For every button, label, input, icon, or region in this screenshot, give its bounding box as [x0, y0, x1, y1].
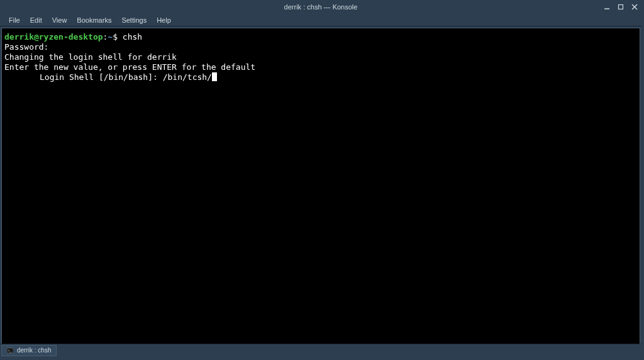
command: chsh — [123, 32, 142, 42]
taskbar: >_ derrik : chsh — [0, 344, 641, 356]
menu-help[interactable]: Help — [152, 15, 176, 25]
menu-file[interactable]: File — [4, 15, 25, 25]
maximize-icon — [618, 4, 624, 10]
prompt-symbol: $ — [113, 32, 118, 42]
terminal[interactable]: derrik@ryzen-desktop:~$ chsh Password: C… — [1, 28, 640, 355]
close-icon — [631, 4, 638, 10]
login-shell-label: Login Shell [/bin/bash]: — [40, 72, 163, 82]
minimize-button[interactable] — [602, 3, 611, 11]
command-text — [118, 32, 123, 42]
close-button[interactable] — [630, 3, 639, 11]
window-title: derrik : chsh — Konsole — [284, 3, 358, 11]
menu-bookmarks[interactable]: Bookmarks — [72, 15, 116, 25]
prompt-line: derrik@ryzen-desktop:~$ chsh — [4, 32, 637, 42]
taskbar-item-konsole[interactable]: >_ derrik : chsh — [1, 345, 57, 356]
menu-settings[interactable]: Settings — [116, 15, 152, 25]
svg-rect-1 — [619, 5, 623, 9]
taskbar-item-label: derrik : chsh — [17, 347, 51, 354]
login-shell-indent — [4, 72, 40, 82]
terminal-icon: >_ — [7, 347, 13, 354]
output-password: Password: — [4, 42, 637, 52]
output-changing: Changing the login shell for derrik — [4, 52, 637, 62]
maximize-button[interactable] — [616, 3, 625, 11]
menubar: File Edit View Bookmarks Settings Help — [0, 14, 641, 26]
window-controls — [602, 0, 639, 14]
svg-text:>_: >_ — [8, 348, 12, 352]
menu-view[interactable]: View — [47, 15, 72, 25]
titlebar[interactable]: derrik : chsh — Konsole — [0, 0, 641, 14]
prompt-user-host: derrik@ryzen-desktop — [4, 32, 103, 42]
terminal-container: derrik@ryzen-desktop:~$ chsh Password: C… — [0, 26, 641, 356]
menu-edit[interactable]: Edit — [25, 15, 47, 25]
app-window: derrik : chsh — Konsole File Edit View B… — [0, 0, 641, 356]
output-login-shell: Login Shell [/bin/bash]: /bin/tcsh/ — [4, 72, 637, 82]
minimize-icon — [604, 4, 610, 10]
cursor-icon — [212, 72, 217, 81]
login-shell-input: /bin/tcsh/ — [163, 72, 212, 82]
output-enter-value: Enter the new value, or press ENTER for … — [4, 62, 637, 72]
